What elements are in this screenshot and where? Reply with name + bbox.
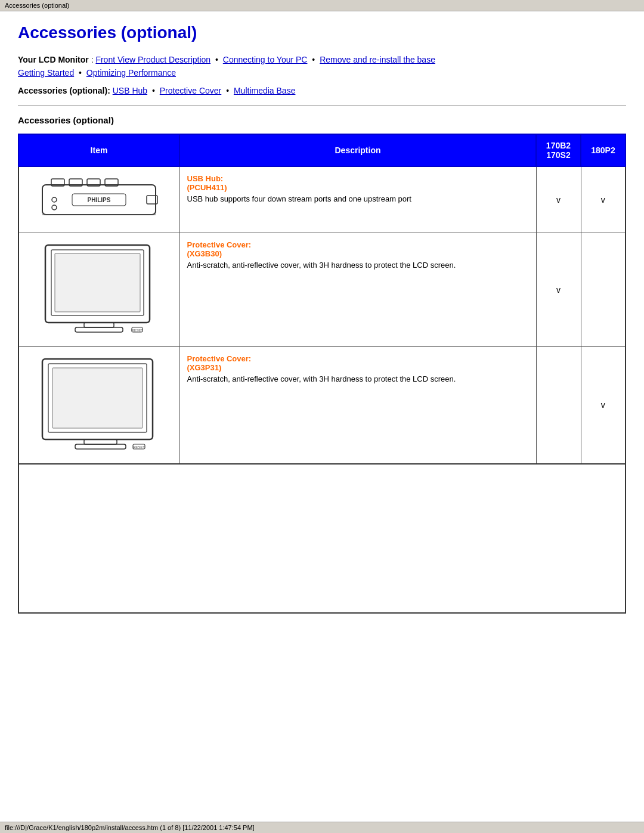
status-bar: file:///D|/Grace/K1/english/180p2m/insta…	[0, 822, 644, 833]
page-title: Accessories (optional)	[18, 23, 626, 42]
nav-link-front-view[interactable]: Front View Product Description	[95, 55, 210, 64]
nav-link-getting-started[interactable]: Getting Started	[18, 68, 74, 78]
nav-link-optimizing[interactable]: Optimizing Performance	[86, 68, 176, 78]
svg-point-8	[52, 197, 57, 202]
nav-intro: Your LCD Monitor	[18, 55, 89, 64]
usb-hub-model2-check: v	[581, 166, 626, 233]
cover1-model1-check: v	[536, 233, 581, 346]
cover1-desc-cell: Protective Cover: (XG3B30) Anti-scratch,…	[179, 233, 536, 346]
svg-text:RESET: RESET	[133, 445, 145, 449]
usb-hub-desc: USB hub supports four down stream ports …	[187, 194, 411, 203]
usb-hub-svg: PHILIPS	[36, 173, 162, 227]
protective-cover1-svg: RESET	[39, 239, 159, 340]
status-text: file:///D|/Grace/K1/english/180p2m/insta…	[5, 824, 255, 831]
section-heading: Accessories (optional)	[18, 115, 626, 125]
cover1-model2-check	[581, 233, 626, 346]
usb-hub-title: USB Hub: (PCUH411)	[187, 174, 529, 192]
acc-bold-label: Accessories (optional):	[18, 86, 110, 95]
cover2-model1-check	[536, 346, 581, 464]
bottom-filler	[18, 465, 626, 614]
table-row: RESET Protective Cover: (XG3P31) Anti-sc…	[18, 346, 626, 464]
table-row: PHILIPS USB Hub: (PCUH411)	[18, 166, 626, 233]
table-header-row: Item Description 170B2170S2 180P2	[18, 134, 626, 166]
nav-links: Your LCD Monitor : Front View Product De…	[18, 53, 626, 80]
acc-link-multimedia-base[interactable]: Multimedia Base	[234, 86, 296, 95]
th-model1: 170B2170S2	[536, 134, 581, 166]
svg-rect-13	[55, 253, 140, 312]
svg-point-9	[52, 205, 57, 210]
cover2-desc: Anti-scratch, anti-reflective cover, wit…	[187, 374, 456, 383]
cover2-desc-cell: Protective Cover: (XG3P31) Anti-scratch,…	[179, 346, 536, 464]
cover1-title: Protective Cover: (XG3B30)	[187, 240, 529, 258]
usb-hub-model1-check: v	[536, 166, 581, 233]
browser-bar: Accessories (optional)	[0, 0, 644, 11]
breadcrumb: Accessories (optional)	[5, 2, 69, 9]
th-model2: 180P2	[581, 134, 626, 166]
acc-link-usb-hub[interactable]: USB Hub	[113, 86, 147, 95]
svg-rect-20	[52, 368, 143, 428]
th-item: Item	[18, 134, 179, 166]
table-row: RESET Protective Cover: (XG3B30) Anti-sc…	[18, 233, 626, 346]
svg-rect-22	[75, 444, 126, 449]
cover2-model2-check: v	[581, 346, 626, 464]
item-image-cover2: RESET	[18, 346, 179, 464]
divider	[18, 105, 626, 106]
accessories-table: Item Description 170B2170S2 180P2	[18, 134, 626, 465]
cover1-desc: Anti-scratch, anti-reflective cover, wit…	[187, 261, 456, 270]
cover2-title: Protective Cover: (XG3P31)	[187, 354, 529, 372]
acc-links: Accessories (optional): USB Hub • Protec…	[18, 86, 626, 95]
nav-link-connecting[interactable]: Connecting to Your PC	[223, 55, 308, 64]
usb-hub-desc-cell: USB Hub: (PCUH411) USB hub supports four…	[179, 166, 536, 233]
item-image-usb-hub: PHILIPS	[18, 166, 179, 233]
svg-text:PHILIPS: PHILIPS	[88, 197, 111, 203]
svg-text:RESET: RESET	[131, 329, 143, 332]
th-description: Description	[179, 134, 536, 166]
svg-rect-15	[75, 327, 123, 332]
content-area: Accessories (optional) Your LCD Monitor …	[0, 11, 644, 637]
item-image-cover1: RESET	[18, 233, 179, 346]
protective-cover2-svg: RESET	[36, 353, 162, 457]
nav-link-remove[interactable]: Remove and re-install the base	[320, 55, 435, 64]
acc-link-protective-cover[interactable]: Protective Cover	[160, 86, 221, 95]
